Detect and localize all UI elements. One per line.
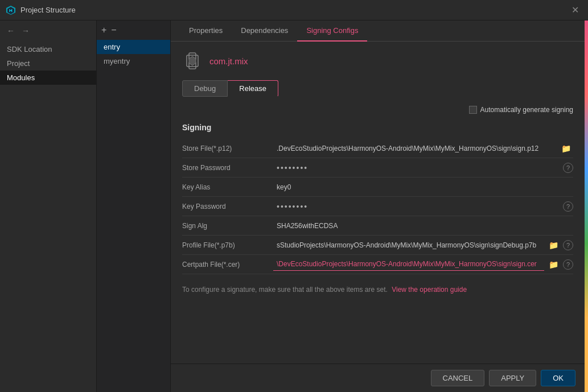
content-panel: Properties Dependencies Signing Configs … xyxy=(171,20,585,392)
store-file-value[interactable]: .DevEcoStudioProjects\HarmonyOS-Android\… xyxy=(273,142,557,155)
signing-section-title: Signing xyxy=(182,123,573,132)
store-password-value[interactable]: •••••••• xyxy=(273,161,561,175)
build-type-row: Debug Release xyxy=(182,80,573,97)
sign-alg-label: Sign Alg xyxy=(182,220,273,232)
footer-note-text: To configure a signature, make sure that… xyxy=(182,286,388,294)
sign-alg-value-wrap: SHA256withECDSA xyxy=(273,220,573,232)
store-password-label: Store Password xyxy=(182,162,273,174)
sidebar-nav: ← → xyxy=(0,23,96,39)
form-row-key-password: Key Password •••••••• ? xyxy=(182,197,573,216)
profile-file-browse-button[interactable]: 📁 xyxy=(546,240,561,251)
form-row-store-file: Store File(*.p12) .DevEcoStudioProjects\… xyxy=(182,139,573,158)
certpath-file-value-wrap: \DevEcoStudioProjects\HarmonyOS-Android\… xyxy=(273,258,573,271)
store-file-browse-button[interactable]: 📁 xyxy=(559,143,573,154)
store-file-value-wrap: .DevEcoStudioProjects\HarmonyOS-Android\… xyxy=(273,142,573,155)
build-type-release[interactable]: Release xyxy=(228,80,278,97)
form-row-store-password: Store Password •••••••• ? xyxy=(182,158,573,178)
sidebar-item-sdk[interactable]: SDK Location xyxy=(0,42,96,56)
certpath-file-value[interactable]: \DevEcoStudioProjects\HarmonyOS-Android\… xyxy=(273,258,544,271)
remove-module-button[interactable]: − xyxy=(111,25,116,35)
nav-forward-button[interactable]: → xyxy=(19,25,32,36)
window-title: Project Structure xyxy=(20,6,568,14)
module-item-myentry[interactable]: myentry xyxy=(97,54,170,68)
content-area: com.jt.mix Debug Release Automatically g… xyxy=(171,42,585,364)
form-row-certpath-file: Certpath File(*.cer) \DevEcoStudioProjec… xyxy=(182,255,573,274)
profile-file-help-button[interactable]: ? xyxy=(563,240,573,250)
store-password-help-button[interactable]: ? xyxy=(563,163,573,173)
module-item-entry[interactable]: entry xyxy=(97,40,170,54)
module-icon xyxy=(182,51,203,71)
svg-text:H: H xyxy=(9,8,13,13)
main-layout: ← → SDK Location Project Modules + − ent… xyxy=(0,20,588,392)
footer-note: To configure a signature, make sure that… xyxy=(182,286,573,294)
key-alias-value[interactable]: key0 xyxy=(273,181,573,193)
add-module-button[interactable]: + xyxy=(101,25,106,35)
module-list: entry myentry xyxy=(97,40,170,68)
sign-alg-value[interactable]: SHA256withECDSA xyxy=(273,220,573,232)
tab-signing-configs[interactable]: Signing Configs xyxy=(297,20,367,42)
certpath-file-label: Certpath File(*.cer) xyxy=(182,258,273,271)
auto-generate-row: Automatically generate signing xyxy=(182,106,573,114)
form-row-key-alias: Key Alias key0 xyxy=(182,178,573,197)
key-password-value[interactable]: •••••••• xyxy=(273,200,561,213)
profile-file-value-wrap: sStudioProjects\HarmonyOS-Android\MyMix\… xyxy=(273,239,573,251)
sidebar-items: SDK Location Project Modules xyxy=(0,42,96,85)
svg-marker-6 xyxy=(189,56,196,65)
profile-file-value[interactable]: sStudioProjects\HarmonyOS-Android\MyMix\… xyxy=(273,239,544,251)
close-button[interactable]: ✕ xyxy=(568,3,582,16)
store-password-value-wrap: •••••••• ? xyxy=(273,161,573,175)
sidebar-item-modules[interactable]: Modules xyxy=(0,71,96,85)
tab-properties[interactable]: Properties xyxy=(180,20,232,42)
form-rows: Store File(*.p12) .DevEcoStudioProjects\… xyxy=(182,139,573,274)
tab-dependencies[interactable]: Dependencies xyxy=(232,20,297,42)
build-type-debug[interactable]: Debug xyxy=(182,80,228,97)
app-logo-icon: H xyxy=(6,5,16,15)
key-password-label: Key Password xyxy=(182,200,273,213)
nav-back-button[interactable]: ← xyxy=(5,25,17,36)
bottom-bar: CANCEL APPLY OK xyxy=(171,364,585,392)
auto-generate-label: Automatically generate signing xyxy=(480,106,573,114)
apply-button[interactable]: APPLY xyxy=(489,370,536,386)
key-password-value-wrap: •••••••• ? xyxy=(273,200,573,213)
sidebar-item-project[interactable]: Project xyxy=(0,56,96,71)
module-panel: + − entry myentry xyxy=(97,20,171,392)
module-panel-header: + − xyxy=(97,23,170,38)
cancel-button[interactable]: CANCEL xyxy=(431,370,485,386)
module-name: com.jt.mix xyxy=(209,56,248,66)
tabs-bar: Properties Dependencies Signing Configs xyxy=(171,20,585,42)
key-alias-value-wrap: key0 xyxy=(273,181,573,193)
title-bar: H Project Structure ✕ xyxy=(0,0,588,20)
module-header: com.jt.mix xyxy=(182,51,573,71)
footer-link[interactable]: View the operation guide xyxy=(392,286,467,294)
auto-generate-checkbox[interactable] xyxy=(469,106,477,114)
certpath-file-help-button[interactable]: ? xyxy=(563,259,573,270)
certpath-file-browse-button[interactable]: 📁 xyxy=(546,259,561,270)
form-row-sign-alg: Sign Alg SHA256withECDSA xyxy=(182,216,573,236)
profile-file-label: Profile File(*.p7b) xyxy=(182,239,273,251)
right-color-strip xyxy=(585,20,588,392)
sidebar: ← → SDK Location Project Modules xyxy=(0,20,97,392)
key-alias-label: Key Alias xyxy=(182,181,273,193)
store-file-label: Store File(*.p12) xyxy=(182,142,273,155)
form-row-profile-file: Profile File(*.p7b) sStudioProjects\Harm… xyxy=(182,236,573,255)
key-password-help-button[interactable]: ? xyxy=(563,201,573,212)
ok-button[interactable]: OK xyxy=(541,370,575,386)
